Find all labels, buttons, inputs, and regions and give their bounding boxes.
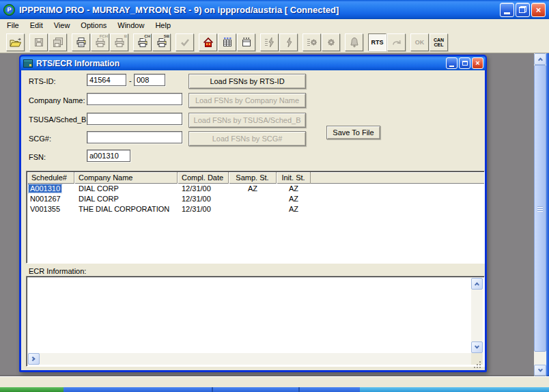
print-button[interactable] — [72, 33, 90, 51]
toolbar: FCH B CH SB — [0, 31, 549, 53]
menu-item-file[interactable]: File — [1, 20, 25, 31]
menu-item-help[interactable]: Help — [150, 20, 176, 31]
save-button-toolbar — [29, 33, 48, 51]
dialog-minimize-button[interactable] — [446, 57, 458, 69]
app-logo-letter: P — [7, 6, 11, 13]
save-all-icon — [53, 37, 64, 48]
ecr-scroll-up-button[interactable] — [471, 278, 483, 290]
redo-button — [387, 33, 406, 51]
check-icon — [180, 37, 191, 48]
menu-item-edit[interactable]: Edit — [25, 20, 48, 31]
fsn-table-header: Schedule# Company Name Compl. Date Samp.… — [27, 172, 484, 184]
dialog-close-button[interactable]: × — [472, 57, 483, 69]
tsusa-input[interactable] — [87, 113, 182, 125]
table-row[interactable]: N001267 DIAL CORP 12/31/00 AZ — [27, 194, 484, 204]
ecr-horizontal-scrollbar[interactable] — [28, 353, 471, 365]
home-icon — [203, 37, 214, 48]
print-sb-badge: SB — [163, 34, 170, 39]
desktop: { "titlebar": { "logo_letter": "P", "tit… — [0, 0, 549, 392]
batch-gear-icon — [306, 37, 318, 48]
fsn-table: Schedule# Company Name Compl. Date Samp.… — [26, 171, 485, 264]
cancel-button-toolbar[interactable]: CAN CEL — [430, 33, 448, 51]
batch-lightning-icon — [264, 37, 276, 48]
rts-id-input-2[interactable] — [134, 74, 165, 86]
dialog-form-icon — [23, 59, 33, 68]
table-row[interactable]: V001355 THE DIAL CORPORATION 12/31/00 AZ — [27, 204, 484, 214]
print-b-button: B — [110, 33, 128, 51]
rts-id-label: RTS-ID: — [29, 77, 56, 85]
lightning-icon — [283, 37, 294, 48]
fsn-input[interactable] — [87, 150, 130, 162]
menu-item-view[interactable]: View — [48, 20, 76, 31]
redo-arrow-icon — [391, 37, 402, 48]
cancel-label: CAN CEL — [434, 38, 444, 47]
column-header-init[interactable]: Init. St. — [277, 172, 311, 184]
tsusa-label: TSUSA/Sched_B: — [29, 115, 88, 124]
data-grid-icon — [222, 37, 233, 48]
scroll-down-button[interactable] — [534, 365, 546, 376]
rts-toggle-button[interactable]: RTS — [368, 33, 386, 51]
print-fch-button: FCH — [91, 33, 109, 51]
ecr-scroll-right-button[interactable] — [28, 353, 40, 365]
ecr-vertical-scrollbar[interactable] — [471, 278, 483, 353]
batch-lightning-button — [260, 33, 279, 51]
restore-button[interactable] — [516, 3, 530, 17]
rts-id-input-1[interactable] — [87, 74, 126, 86]
dialog-content: RTS-ID: - Load FSNs by RTS-ID Company Na… — [21, 70, 485, 369]
window-right-border — [546, 53, 549, 376]
load-fsns-by-rts-id-button[interactable]: Load FSNs by RTS-ID — [188, 74, 306, 89]
column-header-company[interactable]: Company Name — [74, 172, 178, 184]
scg-label: SCG#: — [29, 135, 51, 143]
company-name-label: Company Name: — [29, 96, 85, 104]
ecr-information-box — [26, 276, 485, 367]
scrollbar-thumb[interactable] — [534, 65, 546, 352]
column-header-schedule[interactable]: Schedule# — [27, 172, 74, 184]
ecr-information-content[interactable] — [28, 278, 471, 353]
apply-button — [175, 33, 194, 51]
main-window-title: IPPPRIMO PRO - MURRAY_MYRON( SR - 9) on … — [19, 5, 500, 15]
start-button[interactable] — [0, 387, 64, 392]
print-fch-badge: FCH — [99, 34, 109, 39]
home-button[interactable] — [199, 33, 217, 51]
taskbar — [0, 387, 549, 392]
print-sb-button[interactable]: SB — [152, 33, 171, 51]
chevron-up-icon — [475, 282, 479, 287]
data-grid-button[interactable] — [218, 33, 236, 51]
chevron-right-icon — [31, 356, 36, 361]
dialog-close-icon: × — [475, 59, 479, 67]
open-folder-icon — [10, 37, 22, 48]
taskbar-divider — [212, 387, 213, 392]
close-button[interactable]: × — [531, 3, 546, 17]
ecr-scroll-down-button[interactable] — [471, 341, 483, 353]
restore-icon — [519, 6, 526, 13]
save-to-file-button[interactable]: Save To File — [326, 126, 380, 139]
gear-button — [322, 33, 340, 51]
chevron-down-icon — [537, 367, 542, 372]
gear-icon — [326, 37, 337, 48]
rts-id-separator: - — [129, 76, 132, 85]
menu-item-window[interactable]: Window — [112, 20, 150, 31]
close-icon: × — [536, 5, 541, 14]
ok-label: OK — [415, 39, 425, 46]
form-window-button[interactable] — [237, 33, 255, 51]
column-header-samp[interactable]: Samp. St. — [229, 172, 277, 184]
chevron-down-icon — [475, 344, 479, 349]
load-fsns-by-tsusa-button: Load FSNs by TSUSA/Sched_B — [188, 113, 306, 128]
company-name-input[interactable] — [87, 93, 182, 105]
form-window-icon — [241, 37, 252, 48]
lightning-button — [279, 33, 298, 51]
column-header-date[interactable]: Compl. Date — [178, 172, 229, 184]
table-row[interactable]: A001310 DIAL CORP 12/31/00 AZ AZ — [27, 184, 484, 194]
mdi-vertical-scrollbar[interactable] — [534, 53, 546, 376]
print-ch-button[interactable]: CH — [133, 33, 152, 51]
dialog-maximize-button[interactable] — [459, 57, 470, 69]
taskbar-tray[interactable] — [360, 387, 549, 392]
dialog-title: RTS/ECR Information — [36, 59, 446, 68]
chevron-up-icon — [537, 57, 542, 62]
minimize-button[interactable] — [500, 3, 514, 17]
scroll-up-button[interactable] — [534, 53, 546, 65]
open-folder-button[interactable] — [6, 33, 25, 51]
menu-item-options[interactable]: Options — [75, 20, 112, 31]
resize-grip[interactable] — [471, 353, 483, 365]
scg-input[interactable] — [87, 131, 182, 143]
